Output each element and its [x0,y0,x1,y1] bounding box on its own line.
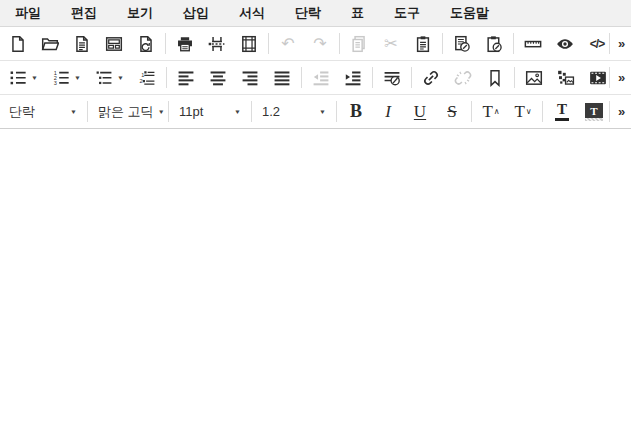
align-center-button[interactable] [202,64,234,92]
paragraph-style-select[interactable]: 단락▼ [2,99,84,125]
bookmark-icon [486,69,504,87]
toolbar-separator [165,33,166,54]
bullet-list-button[interactable]: ▼ [2,64,45,92]
toolbar-row2-more-button[interactable]: » [613,64,630,92]
subscript-button[interactable]: T∨ [507,98,539,126]
source-code-button[interactable]: </> [581,30,606,58]
page-setup-icon [240,35,258,53]
toolbar-separator [514,67,515,88]
align-left-button[interactable] [170,64,202,92]
undo-button[interactable]: ↶ [272,30,304,58]
font-size-select[interactable]: 11pt▼ [172,99,248,125]
photo-gallery-button[interactable] [550,64,582,92]
photo-gallery-icon [557,69,575,87]
toolbar-separator [471,101,472,122]
menu-item-view[interactable]: 보기 [112,0,168,26]
menu-item-paragraph[interactable]: 단락 [280,0,336,26]
paste-icon [414,35,432,53]
bold-button[interactable]: B [340,98,372,126]
superscript-button[interactable]: T∧ [475,98,507,126]
menu-item-format[interactable]: 서식 [224,0,280,26]
cut-button[interactable]: ✂ [375,30,407,58]
align-right-icon [241,69,259,87]
redo-button[interactable]: ↷ [304,30,336,58]
toolbar-row2-overflow: » [606,61,631,94]
font-family-select[interactable]: 맑은 고딕▼ [91,99,165,125]
page-setup-button[interactable] [233,30,265,58]
menu-item-label: 도구 [394,4,420,22]
clear-formatting-icon [383,69,401,87]
toolbar-separator [442,33,443,54]
paste-button[interactable] [407,30,439,58]
print-button[interactable] [169,30,201,58]
preview-eye-button[interactable] [549,30,581,58]
editor-content-area[interactable] [0,129,631,421]
toolbar-separator [609,67,610,88]
background-color-button[interactable]: T [578,98,606,126]
color-swatch [555,118,569,121]
numbered-list-icon: 123 [52,69,70,87]
toolbar-row3-overflow: » [606,95,631,128]
numbered-list-button[interactable]: 123▼ [45,64,88,92]
redo-icon: ↷ [313,36,326,52]
copy-button[interactable] [343,30,375,58]
document-text-button[interactable] [66,30,98,58]
strikethrough-button[interactable]: S [436,98,468,126]
background-color-icon: T [585,103,603,121]
page-break-button[interactable] [201,30,233,58]
toolbar-row1-more-button[interactable]: » [613,30,630,58]
open-file-button[interactable] [34,30,66,58]
caret-down-icon: ▼ [70,109,77,115]
outline-list-button[interactable]: 12 [131,64,163,92]
menu-item-help[interactable]: 도움말 [435,0,504,26]
toolbar-separator [609,33,610,54]
toolbar-separator [542,101,543,122]
multilevel-list-button[interactable]: ▼ [88,64,131,92]
menu-item-label: 파일 [15,4,41,22]
unlink-button[interactable] [447,64,479,92]
toolbar-row2-buttons: ▼123▼▼12 [2,61,606,94]
bookmark-button[interactable] [479,64,511,92]
document-edit-button[interactable] [446,30,478,58]
video-icon [589,69,606,87]
indent-button[interactable] [337,64,369,92]
menu-item-label: 도움말 [450,4,489,22]
image-button[interactable] [518,64,550,92]
video-button[interactable] [582,64,606,92]
toolbar-separator [336,101,337,122]
link-button[interactable] [415,64,447,92]
document-restore-button[interactable] [130,30,162,58]
caret-down-icon: ▼ [117,75,124,81]
menu-bar: 파일편집보기삽입서식단락표도구도움말 [0,0,631,27]
line-height-value: 1.2 [262,104,315,119]
align-justify-icon [273,69,291,87]
menu-item-label: 보기 [127,4,153,22]
menu-item-table[interactable]: 표 [336,0,379,26]
toolbar-row1: ↶↷✂</> » [0,27,631,61]
clipboard-edit-button[interactable] [478,30,510,58]
italic-button[interactable]: I [372,98,404,126]
toolbar-separator [609,101,610,122]
toolbar-separator [87,101,88,122]
clear-formatting-button[interactable] [376,64,408,92]
ruler-button[interactable] [517,30,549,58]
align-left-icon [177,69,195,87]
text-color-button[interactable]: T [546,98,578,126]
toolbar-row1-buttons: ↶↷✂</> [2,27,606,60]
caret-down-icon: ▼ [74,75,81,81]
new-document-button[interactable] [2,30,34,58]
line-height-select[interactable]: 1.2▼ [255,99,333,125]
menu-item-insert[interactable]: 삽입 [168,0,224,26]
menu-item-label: 삽입 [183,4,209,22]
toolbar-separator [339,33,340,54]
menu-item-file[interactable]: 파일 [0,0,56,26]
template-button[interactable] [98,30,130,58]
underline-button[interactable]: U [404,98,436,126]
align-justify-button[interactable] [266,64,298,92]
toolbar-row3-more-button[interactable]: » [613,98,630,126]
outdent-button[interactable] [305,64,337,92]
align-right-button[interactable] [234,64,266,92]
menu-item-edit[interactable]: 편집 [56,0,112,26]
menu-item-tools[interactable]: 도구 [379,0,435,26]
ruler-icon [524,35,542,53]
